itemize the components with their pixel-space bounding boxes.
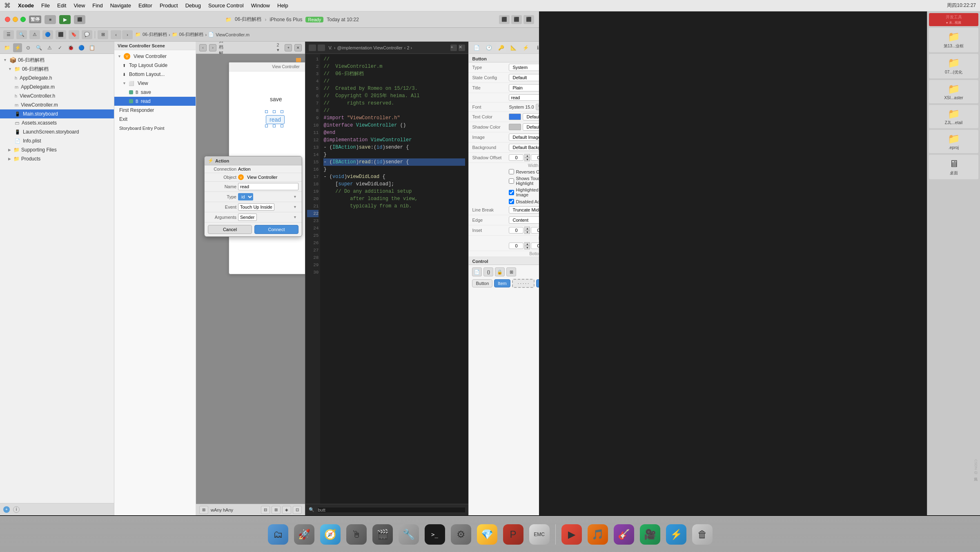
inspector-shadow-color-select[interactable]: Default — [523, 123, 539, 131]
menubar-navigate[interactable]: Navigate — [110, 2, 131, 9]
inset-bottom-stepper[interactable]: ▲ ▼ — [524, 242, 530, 249]
inspector-inset-top[interactable] — [531, 227, 539, 234]
nav-find-btn[interactable]: 🔍 — [34, 43, 43, 52]
disclosure-products[interactable]: ▶ — [8, 157, 11, 161]
back-btn[interactable]: ‹ — [111, 30, 121, 39]
widget-item-btn[interactable]: Item — [494, 279, 510, 287]
reverses-checkbox[interactable] — [509, 169, 514, 174]
stepper-up[interactable]: ▲ — [524, 154, 530, 158]
inspector-shadow-width-input[interactable] — [509, 154, 523, 161]
inspector-file-btn[interactable]: 📄 — [471, 43, 482, 52]
inspector-type-select[interactable]: System — [509, 64, 539, 71]
right-item-eproj[interactable]: 📁 .eproj — [929, 130, 978, 153]
text-color-swatch[interactable] — [509, 114, 521, 120]
scene-item-first-responder[interactable]: First Responder — [114, 106, 196, 115]
dock-item-media[interactable]: 🎵 — [586, 523, 610, 546]
disclosure-vc[interactable]: ▼ — [118, 54, 121, 58]
add-file-button[interactable]: + — [3, 506, 10, 513]
pause-label[interactable]: 暂停 — [29, 16, 41, 23]
menubar-file[interactable]: File — [41, 2, 50, 9]
navigator-show-btn[interactable]: ☰ — [3, 30, 14, 39]
nav-source-btn[interactable]: ⚡ — [13, 43, 22, 52]
dock-item-safari[interactable]: 🧭 — [318, 523, 342, 546]
breadcrumb-filename[interactable]: ViewController.m — [216, 32, 249, 37]
assistant-toggle-btn[interactable]: ⬛ — [511, 15, 522, 24]
stepper-down[interactable]: ▼ — [524, 158, 530, 161]
apple-menu[interactable]: ⌘ — [4, 2, 11, 9]
right-item-devtools[interactable]: 开发工具● 未...视频 — [929, 13, 978, 26]
dock-item-emc[interactable]: EMC — [528, 523, 551, 546]
nav-folder-btn[interactable]: 📁 — [2, 43, 11, 52]
right-item-desktop[interactable]: 🖥 桌面 — [929, 155, 978, 179]
debug-btn[interactable]: ⬛ — [56, 30, 66, 39]
disclosure-supporting[interactable]: ▶ — [8, 148, 11, 152]
inspector-shadow-width-stepper[interactable]: ▲ ▼ — [524, 154, 530, 161]
dock-item-settings[interactable]: ⚙ — [449, 523, 473, 546]
code-breadcrumb-impl[interactable]: @implementation ViewController — [337, 45, 403, 50]
code-text-area[interactable]: // // ViewController.m // 06-归档解档 // // … — [320, 54, 468, 504]
ib-layout-btn-1[interactable]: ⊟ — [261, 506, 270, 514]
dock-item-music[interactable]: 🎸 — [612, 523, 636, 546]
inspector-inset-right-input[interactable] — [531, 243, 539, 249]
nav-item-project-root[interactable]: ▼ 📦 06-归档解档 — [0, 56, 114, 65]
control-code-btn[interactable]: {} — [483, 267, 493, 276]
bookmark-btn[interactable]: 🔖 — [69, 30, 79, 39]
right-item-business[interactable]: 📁 第13...业框 — [929, 28, 978, 52]
disclosure-group[interactable]: ▼ — [8, 67, 12, 71]
menubar-editor[interactable]: Editor — [138, 2, 152, 9]
build-stop-button[interactable]: ⬛ — [74, 15, 85, 24]
comment-btn[interactable]: 💬 — [82, 30, 92, 39]
shadow-color-swatch[interactable] — [509, 124, 521, 130]
dock-item-finder[interactable]: 🗂 — [266, 523, 290, 546]
canvas-save-button[interactable]: save — [270, 96, 282, 102]
menubar-product[interactable]: Product — [160, 2, 178, 9]
breadcrumb-folder-name[interactable]: 06-归档解档 — [179, 31, 204, 38]
code-close-editor-btn[interactable]: ✕ — [459, 45, 465, 51]
widget-button-btn[interactable]: Button — [472, 279, 492, 287]
ib-close-btn[interactable]: ✕ — [294, 44, 302, 51]
conn-cancel-button[interactable]: Cancel — [208, 225, 252, 234]
close-button[interactable] — [5, 17, 10, 22]
inspector-background-select[interactable]: Default Background Imp... — [509, 144, 539, 151]
right-item-xsi[interactable]: 📁 XSI...aster — [929, 80, 978, 103]
forward-btn[interactable]: › — [122, 30, 133, 39]
right-item-zjl[interactable]: 📁 ZJL...etail — [929, 105, 978, 128]
nav-item-launchscreen[interactable]: 📱 LaunchScreen.storyboard — [0, 127, 114, 136]
widget-dashed-btn-1[interactable]: · · · · · — [512, 279, 535, 288]
inspector-title-select[interactable]: Plain — [509, 84, 539, 91]
inspector-inset-left[interactable] — [509, 227, 523, 234]
code-forward-btn[interactable] — [318, 45, 325, 51]
inset-left-stepper[interactable]: ▲ ▼ — [524, 227, 530, 234]
handle-tl[interactable] — [265, 110, 268, 113]
control-lock-btn[interactable]: 🔒 — [495, 267, 505, 276]
ib-canvas[interactable]: View Controller save — [196, 54, 305, 504]
inspector-shadow-height-input[interactable] — [531, 154, 539, 161]
ib-assistant-toggle[interactable]: + — [285, 44, 292, 51]
nav-item-info-plist[interactable]: 📄 Info.plist — [0, 136, 114, 145]
nav-breakpoint-btn[interactable]: 🔵 — [77, 43, 86, 52]
inspector-edge-select[interactable]: Content — [509, 216, 539, 224]
minimize-button[interactable] — [13, 17, 18, 22]
search-btn[interactable]: 🔍 — [16, 30, 27, 39]
breadcrumb-project[interactable]: 06-归档解档 — [143, 31, 167, 38]
disclosure-root[interactable]: ▼ — [3, 58, 7, 62]
dock-item-trash[interactable]: 🗑 — [690, 523, 714, 546]
nav-item-viewcontroller-m[interactable]: m ViewController.m — [0, 100, 114, 109]
scene-item-exit[interactable]: Exit — [114, 115, 196, 124]
dock-item-playback[interactable]: ▶ — [560, 523, 584, 546]
ib-back-btn[interactable]: ‹ — [199, 44, 207, 51]
handle-bl[interactable] — [265, 125, 268, 127]
handle-br[interactable] — [281, 125, 283, 127]
disabled-checkbox[interactable] — [509, 199, 514, 204]
nav-item-viewcontroller-h[interactable]: h ViewController.h — [0, 91, 114, 100]
inspector-size-btn[interactable]: 📐 — [508, 43, 519, 52]
inspector-title-input[interactable] — [509, 94, 539, 101]
nav-item-project-group[interactable]: ▼ 📁 06-归档解档 — [0, 65, 114, 73]
utilities-toggle-btn[interactable]: ⬛ — [523, 15, 534, 24]
inspector-id-btn[interactable]: 🔑 — [496, 43, 506, 52]
scene-item-top-layout[interactable]: ⬆ Top Layout Guide — [114, 61, 196, 70]
nav-item-products[interactable]: ▶ 📁 Products — [0, 154, 114, 163]
dock-item-tools[interactable]: 🔧 — [397, 523, 421, 546]
scene-item-read-btn[interactable]: B read — [114, 97, 196, 106]
inspector-connect-btn[interactable]: ⚡ — [520, 43, 531, 52]
